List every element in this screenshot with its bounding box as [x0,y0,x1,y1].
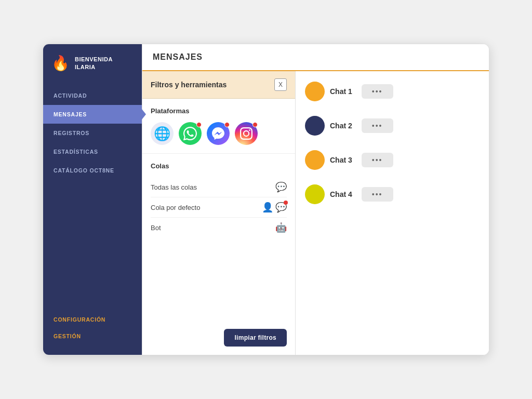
avatar-chat3 [305,150,325,170]
platform-icon-whatsapp[interactable] [179,122,202,145]
sidebar: 🔥 BIENVENIDA ILARIA ACTIVIDADMENSAJESREG… [43,44,142,355]
queue-icons-todas: 💬 [275,181,287,193]
chat-item-top-chat1: Chat 1••• [305,82,480,101]
filters-actions: limpiar filtros [142,321,295,355]
sidebar-footer-item-gestion[interactable]: GESTIÓN [43,328,142,344]
queues-section: Colas Todas las colas💬Cola por defecto 👤… [142,153,295,246]
chat-dots-button-chat4[interactable]: ••• [362,187,393,202]
chat-item-top-chat4: Chat 4••• [305,184,480,204]
chat-item-chat1[interactable]: Chat 1••• [301,76,484,107]
platform-icon-messenger[interactable] [207,122,230,145]
chat-badge-icon: 💬 [275,202,287,213]
queue-row-bot[interactable]: Bot🤖 [151,218,287,237]
queue-label-bot: Bot [151,224,161,232]
sidebar-item-registros[interactable]: REGISTROS [43,124,142,142]
chat-item-chat3[interactable]: Chat 3••• [301,145,484,175]
sidebar-item-catalogo[interactable]: CATÁLOGO OCT8NE [43,161,142,180]
person-icon: 👤 [262,202,273,213]
sidebar-item-mensajes[interactable]: MENSAJES [43,105,142,124]
platforms-title: Plataformas [151,107,287,115]
chat-name-chat1: Chat 1 [330,87,352,96]
bot-icon: 🤖 [275,222,287,233]
sidebar-item-actividad[interactable]: ACTIVIDAD [43,86,142,105]
chat-dots-button-chat2[interactable]: ••• [362,118,393,133]
flame-icon: 🔥 [51,55,70,72]
chat-dots-button-chat3[interactable]: ••• [362,153,393,167]
platform-icon-instagram[interactable] [235,122,258,145]
main-content: MENSAJES Filtros y herramientas X Plataf… [142,44,489,355]
queue-label-defecto: Cola por defecto [151,204,200,211]
platforms-row: 🌐 [151,122,287,145]
filters-title: Filtros y herramientas [151,81,227,89]
chat-item-top-chat2: Chat 2••• [305,116,480,136]
main-body: Filtros y herramientas X Plataformas 🌐 C… [142,71,489,355]
platforms-section: Plataformas 🌐 [142,99,295,153]
sidebar-username: BIENVENIDA ILARIA [75,56,113,71]
queue-row-defecto[interactable]: Cola por defecto 👤 💬 [151,197,287,218]
page-title: MENSAJES [153,52,478,62]
sidebar-item-estadisticas[interactable]: ESTADÍSTICAS [43,142,142,161]
avatar-chat2 [305,116,325,136]
sidebar-footer-item-configuracion[interactable]: CONFIGURACIÓN [43,311,142,328]
queue-row-todas[interactable]: Todas las colas💬 [151,177,287,197]
chat-dots-button-chat1[interactable]: ••• [362,84,393,99]
queue-label-todas: Todas las colas [151,183,197,191]
avatar-chat1 [305,82,325,101]
queue-icons-defecto: 👤 💬 [262,202,287,213]
avatar-chat4 [305,184,325,204]
chat-name-chat4: Chat 4 [330,190,352,198]
app-wrapper: 🔥 BIENVENIDA ILARIA ACTIVIDADMENSAJESREG… [43,44,489,355]
clear-filters-button[interactable]: limpiar filtros [224,329,287,347]
filters-panel: Filtros y herramientas X Plataformas 🌐 C… [142,71,296,355]
main-header: MENSAJES [142,44,489,71]
chat-icon: 💬 [275,181,287,193]
platform-icon-web[interactable]: 🌐 [151,122,174,145]
chat-item-chat2[interactable]: Chat 2••• [301,111,484,141]
chat-name-chat3: Chat 3 [330,156,352,164]
filters-header: Filtros y herramientas X [142,71,295,99]
sidebar-header: 🔥 BIENVENIDA ILARIA [43,44,142,82]
chat-list: Chat 1•••Chat 2•••Chat 3•••Chat 4••• [296,71,489,355]
filters-close-button[interactable]: X [274,78,287,91]
sidebar-footer: CONFIGURACIÓNGESTIÓN [43,311,142,344]
chat-name-chat2: Chat 2 [330,122,352,130]
queues-title: Colas [151,162,287,170]
sidebar-nav: ACTIVIDADMENSAJESREGISTROSESTADÍSTICASCA… [43,86,142,180]
queue-icons-bot: 🤖 [275,222,287,233]
chat-item-chat4[interactable]: Chat 4••• [301,179,484,209]
chat-item-top-chat3: Chat 3••• [305,150,480,170]
